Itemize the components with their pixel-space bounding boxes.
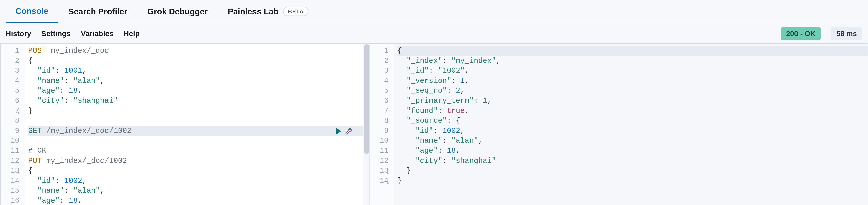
code-token: "alan" — [73, 186, 100, 195]
code-token: : — [442, 136, 452, 145]
code-token: POST — [28, 47, 51, 55]
code-line[interactable]: GET /my_index/_doc/1002 — [28, 126, 363, 136]
line-number: 8 — [5, 116, 20, 126]
code-line[interactable]: } — [28, 106, 363, 116]
code-token: "age" — [37, 197, 60, 205]
code-line[interactable]: } — [398, 176, 868, 186]
subnav-variables[interactable]: Variables — [81, 29, 114, 37]
code-token: /my_index/_doc/1002 — [46, 127, 131, 135]
code-line[interactable]: "_primary_term": 1, — [398, 96, 868, 106]
code-token: "shanghai" — [73, 97, 118, 105]
response-viewer[interactable]: { "_index": "my_index", "_id": "1002", "… — [394, 44, 868, 205]
code-line[interactable]: "_source": { — [398, 116, 868, 126]
code-token: "id" — [37, 67, 55, 75]
code-line[interactable] — [28, 136, 363, 146]
code-token: "_version" — [406, 77, 451, 85]
code-line[interactable]: "name": "alan", — [28, 76, 363, 86]
request-editor[interactable]: POST my_index/_doc{ "id": 1001, "name": … — [25, 44, 363, 205]
code-line[interactable]: "age": 18, — [398, 146, 868, 156]
code-token: 18 — [447, 147, 456, 155]
code-line[interactable]: "age": 18, — [28, 86, 363, 96]
line-number: 6 — [374, 96, 389, 106]
code-token — [28, 97, 37, 105]
subnav-settings[interactable]: Settings — [41, 29, 71, 37]
code-line[interactable]: "_seq_no": 2, — [398, 86, 868, 96]
code-line[interactable]: "id": 1001, — [28, 66, 363, 76]
code-token: { — [456, 117, 460, 125]
code-line[interactable]: # OK — [28, 146, 363, 156]
code-token: "_source" — [406, 117, 446, 125]
request-scrollthumb[interactable] — [364, 45, 369, 154]
code-line[interactable]: "_version": 1, — [398, 76, 868, 86]
code-token: : — [442, 156, 452, 165]
code-line[interactable]: "city": "shanghai" — [398, 156, 868, 166]
code-token: : — [64, 77, 73, 85]
code-token: , — [478, 136, 483, 145]
code-token: : — [55, 177, 64, 185]
tab-painless-lab[interactable]: Painless LabBETA — [218, 0, 319, 23]
code-token: { — [28, 56, 33, 65]
code-line[interactable]: POST my_index/_doc — [28, 46, 363, 56]
code-line[interactable]: "found": true, — [398, 106, 868, 116]
code-line[interactable]: } — [398, 166, 868, 176]
code-line[interactable]: "age": 18, — [28, 196, 363, 205]
code-line[interactable]: { — [28, 166, 363, 176]
code-token: : — [60, 197, 69, 205]
subnav-history[interactable]: History — [5, 29, 31, 37]
line-number: 5 — [374, 86, 389, 96]
code-line[interactable]: "city": "shanghai" — [28, 96, 363, 106]
play-icon[interactable] — [336, 128, 341, 134]
wrench-icon[interactable] — [344, 127, 353, 135]
code-token: , — [78, 86, 82, 95]
code-line[interactable]: PUT my_index/_doc/1002 — [28, 156, 363, 166]
code-token: GET — [28, 127, 46, 135]
code-line[interactable]: { — [398, 46, 868, 56]
code-line[interactable] — [28, 116, 363, 126]
editor-split: 1234567891011121314151617 POST my_index/… — [0, 44, 868, 205]
code-token: 1001 — [64, 67, 82, 75]
code-line[interactable]: "name": "alan", — [398, 136, 868, 146]
code-token: 1002 — [442, 127, 460, 135]
subnav-help[interactable]: Help — [124, 29, 140, 37]
code-line[interactable]: "name": "alan", — [28, 186, 363, 196]
response-gutter: 1234567891011121314 — [370, 44, 394, 205]
tab-grok-debugger[interactable]: Grok Debugger — [137, 0, 217, 23]
subnav-left: HistorySettingsVariablesHelp — [5, 29, 140, 37]
code-token — [398, 67, 407, 75]
code-token: "1002" — [438, 67, 465, 75]
code-token: : — [433, 127, 442, 135]
code-token — [398, 156, 415, 165]
code-token: : — [438, 106, 447, 115]
code-token: "my_index" — [452, 56, 496, 65]
code-token: : — [447, 86, 456, 95]
code-token: } — [398, 177, 402, 185]
code-token — [398, 117, 407, 125]
line-number: 7 — [374, 106, 389, 116]
code-token: , — [465, 106, 469, 115]
code-token — [398, 56, 407, 65]
code-line[interactable]: "id": 1002, — [398, 126, 868, 136]
code-line[interactable]: "_index": "my_index", — [398, 56, 868, 66]
run-controls — [336, 126, 353, 136]
line-number: 12 — [5, 156, 20, 166]
request-pane: 1234567891011121314151617 POST my_index/… — [0, 44, 369, 205]
line-number: 11 — [5, 146, 20, 156]
code-token: # OK — [28, 147, 46, 155]
code-token — [28, 77, 37, 85]
code-token — [398, 166, 407, 175]
line-number: 10 — [5, 136, 20, 146]
request-scrollbar[interactable] — [363, 44, 369, 205]
code-token: "name" — [415, 136, 442, 145]
tab-console[interactable]: Console — [5, 0, 58, 23]
code-line[interactable]: "_id": "1002", — [398, 66, 868, 76]
code-line[interactable]: "id": 1002, — [28, 176, 363, 186]
code-token: : — [64, 97, 73, 105]
line-number: 3 — [5, 66, 20, 76]
tab-search-profiler[interactable]: Search Profiler — [58, 0, 137, 23]
code-token: { — [398, 47, 402, 55]
code-line[interactable]: { — [28, 56, 363, 66]
code-token: { — [28, 166, 33, 175]
line-number: 13 — [374, 166, 389, 176]
code-token — [28, 86, 37, 95]
code-token: my_index/_doc — [51, 47, 109, 55]
